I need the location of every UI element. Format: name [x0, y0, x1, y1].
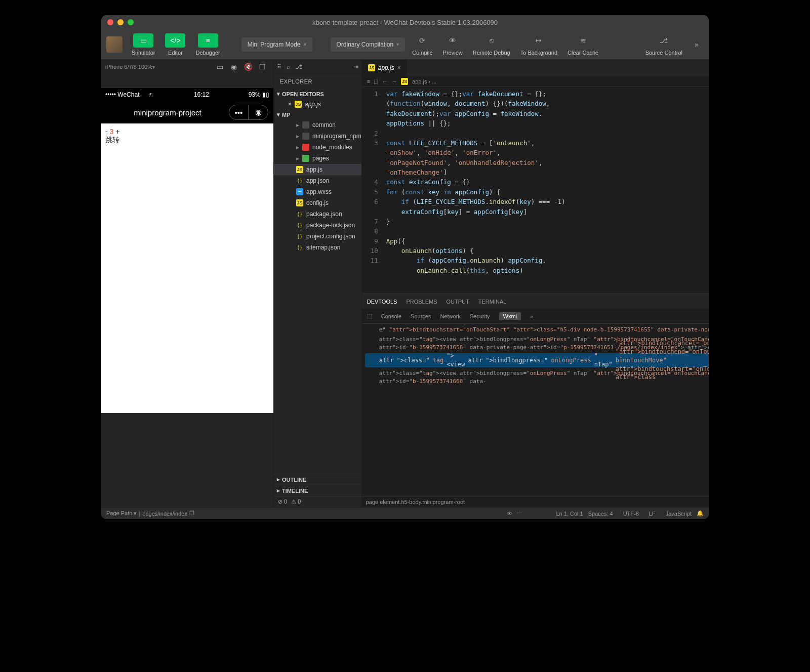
tree-item[interactable]: ▸common — [274, 119, 361, 131]
copy-path-icon[interactable]: ❐ — [189, 510, 194, 517]
breadcrumb[interactable]: app.js › ... — [412, 78, 436, 85]
close-icon[interactable]: × — [397, 64, 401, 71]
wxml-tree[interactable]: e" "attr">bindtouchstart="onTouchStart" … — [362, 324, 709, 496]
tree-item[interactable]: { }project.config.json — [274, 231, 361, 242]
simulator-panel: iPhone 6/7/8 100% ▭ ◉ 🔇 ❐ ••••• WeChatᯤ … — [101, 60, 273, 507]
explorer-title: EXPLORER — [274, 74, 361, 89]
tree-item[interactable]: JSapp.js — [274, 164, 361, 175]
nav-link[interactable]: 跳转 — [105, 136, 269, 145]
tab-output[interactable]: OUTPUT — [447, 299, 469, 305]
user-avatar-icon[interactable] — [106, 36, 123, 53]
devtools-subtabs: ⬚ Console Sources Network Security Wxml … — [362, 309, 709, 324]
device-select[interactable]: iPhone 6/7/8 100% — [105, 64, 155, 70]
phone-simulator: ••••• WeChatᯤ 16:12 93% ▮▯ miniprogram-p… — [101, 88, 273, 413]
main-toolbar: ▭Simulator </>Editor ≡Debugger Mini Prog… — [101, 29, 709, 60]
target-icon: ◉ — [249, 105, 268, 119]
outline-section[interactable]: ▸OUTLINE — [274, 474, 361, 485]
project-root[interactable]: ▾MP — [274, 110, 361, 119]
eol[interactable]: LF — [649, 511, 656, 517]
compile-button[interactable]: ⟳Compile — [409, 33, 435, 56]
subtab-wxml[interactable]: Wxml — [499, 312, 521, 320]
capsule-menu[interactable]: •••◉ — [229, 105, 268, 120]
toggle-icon[interactable]: ≡ — [367, 78, 370, 85]
element-path[interactable]: page element.h5-body.miniprogram-root — [366, 499, 465, 505]
editor-panel: JSapp.js× ◫ ⋯ ≡ ⎕ ← → JS app.js › ... 1 … — [362, 60, 709, 507]
back-icon[interactable]: ← — [382, 78, 387, 85]
code-editor[interactable]: 1 23 456 7891011 var fakeWindow = {};var… — [362, 87, 709, 293]
tree-item[interactable]: JSconfig.js — [274, 197, 361, 208]
subtab-network[interactable]: Network — [440, 313, 460, 319]
open-editors-section[interactable]: ▾OPEN EDITORS — [274, 89, 361, 99]
more-icon[interactable]: » — [530, 313, 533, 319]
tree-item[interactable]: ☰app.wxss — [274, 186, 361, 197]
subtab-console[interactable]: Console — [381, 313, 401, 319]
close-icon[interactable]: × — [288, 101, 292, 108]
mute-icon[interactable]: 🔇 — [241, 60, 255, 74]
debugger-button[interactable]: ≡Debugger — [192, 33, 223, 56]
indentation[interactable]: Spaces: 4 — [588, 511, 613, 517]
app-title: miniprogram-project — [134, 108, 201, 117]
encoding[interactable]: UTF-8 — [623, 511, 639, 517]
more-icon[interactable]: ⋯ — [516, 510, 522, 517]
decrement-button[interactable]: - — [105, 128, 108, 136]
remote-debug-button[interactable]: ⎋Remote Debug — [470, 33, 513, 56]
timeline-section[interactable]: ▸TIMELINE — [274, 485, 361, 496]
page-content[interactable]: - 3 + 跳转 — [101, 123, 273, 413]
status-bar: Page Path ▾ | pages/index/index ❐ 👁 ⋯ Ln… — [101, 507, 709, 519]
forward-icon[interactable]: → — [391, 78, 397, 85]
bookmark-icon[interactable]: ⎕ — [374, 78, 378, 85]
tree-item[interactable]: { }package-lock.json — [274, 220, 361, 231]
list-icon[interactable]: ⠿ — [277, 63, 281, 70]
tree-item[interactable]: ▸miniprogram_npm — [274, 131, 361, 142]
tree-item[interactable]: { }app.json — [274, 175, 361, 186]
increment-button[interactable]: + — [115, 128, 119, 136]
titlebar: kbone-template-preact - WeChat Devtools … — [101, 15, 709, 29]
preview-button[interactable]: 👁Preview — [440, 33, 466, 56]
carrier: ••••• WeChat — [105, 91, 139, 98]
page-path[interactable]: pages/index/index — [142, 511, 187, 517]
branch-icon[interactable]: ⎇ — [295, 63, 302, 70]
subtab-security[interactable]: Security — [470, 313, 490, 319]
devtools-tabs: DEVTOOLS PROBLEMS OUTPUT TERMINAL ∧ × — [362, 293, 709, 309]
more-icon[interactable]: » — [690, 37, 704, 52]
subtab-sources[interactable]: Sources — [411, 313, 431, 319]
window-title: kbone-template-preact - WeChat Devtools … — [101, 19, 709, 26]
simulator-button[interactable]: ▭Simulator — [129, 33, 158, 56]
app-window: kbone-template-preact - WeChat Devtools … — [101, 15, 709, 519]
clear-cache-button[interactable]: ≋Clear Cache — [564, 33, 601, 56]
language[interactable]: JavaScript — [666, 511, 692, 517]
search-icon[interactable]: ⌕ — [287, 63, 290, 70]
editor-button[interactable]: </>Editor — [162, 33, 188, 56]
warnings-count[interactable]: ⚠ 0 — [291, 498, 301, 505]
bell-icon[interactable]: 🔔 — [697, 510, 704, 517]
tree-item[interactable]: ▸pages — [274, 153, 361, 164]
editor-tab[interactable]: JSapp.js× — [362, 60, 407, 76]
tab-terminal[interactable]: TERMINAL — [478, 299, 507, 305]
open-editor-item[interactable]: × JS app.js — [274, 99, 361, 110]
page-path-label[interactable]: Page Path ▾ — [106, 510, 137, 517]
to-background-button[interactable]: ↦To Background — [517, 33, 560, 56]
inspect-icon[interactable]: ⬚ — [367, 313, 372, 319]
menu-icon: ••• — [229, 105, 249, 119]
counter-value: 3 — [110, 128, 114, 136]
record-icon[interactable]: ◉ — [227, 60, 241, 74]
time: 16:12 — [194, 91, 209, 98]
tab-devtools[interactable]: DEVTOOLS — [367, 299, 397, 305]
eye-icon[interactable]: 👁 — [507, 511, 512, 517]
tree-item[interactable]: ▸node_modules — [274, 142, 361, 153]
source-control-button[interactable]: ⎇Source Control — [642, 33, 685, 56]
errors-count[interactable]: ⊘ 0 — [278, 498, 287, 505]
explorer-panel: ⠿ ⌕ ⎇ ⇥ EXPLORER ▾OPEN EDITORS × JS app.… — [273, 60, 362, 507]
tree-item[interactable]: { }package.json — [274, 208, 361, 220]
cursor-position[interactable]: Ln 1, Col 1 — [556, 511, 583, 517]
tree-item[interactable]: { }sitemap.json — [274, 242, 361, 253]
copy-icon[interactable]: ❐ — [255, 60, 269, 74]
program-mode-select[interactable]: Mini Program Mode — [241, 37, 312, 52]
device-icon[interactable]: ▭ — [213, 60, 227, 74]
tab-problems[interactable]: PROBLEMS — [406, 299, 437, 305]
collapse-icon[interactable]: ⇥ — [353, 63, 358, 70]
compilation-select[interactable]: Ordinary Compilation — [331, 37, 406, 52]
battery: 93% — [249, 91, 261, 98]
